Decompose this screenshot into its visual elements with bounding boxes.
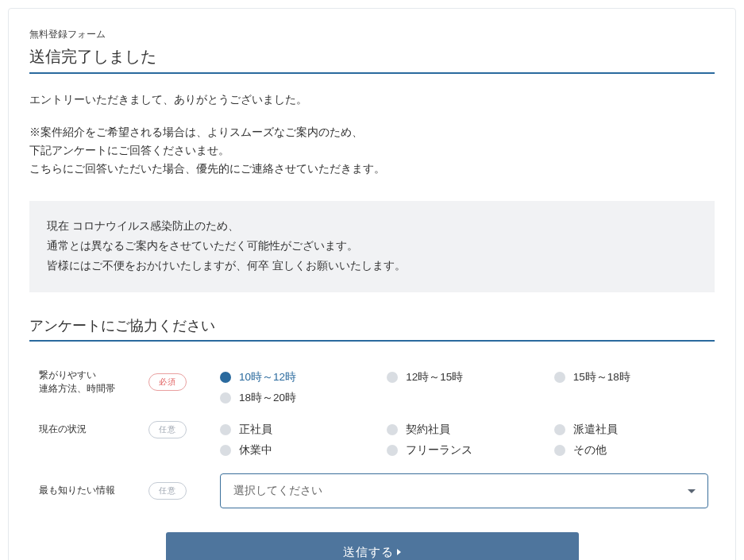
radio-icon	[387, 372, 398, 383]
radio-icon	[220, 424, 231, 435]
radio-status-fulltime[interactable]: 正社員	[220, 423, 374, 437]
submit-button[interactable]: 送信する	[166, 532, 579, 560]
radio-contact-15-18[interactable]: 15時～18時	[554, 370, 708, 384]
select-placeholder: 選択してください	[233, 484, 322, 498]
field-most-wanted-info: 最も知りたい情報 任意 選択してください	[29, 465, 715, 516]
field-label-wrap: 繋がりやすい 連絡方法、時間帯 必須	[39, 369, 220, 396]
field-label: 最も知りたい情報	[39, 484, 134, 497]
radio-status-contract[interactable]: 契約社員	[387, 423, 541, 437]
field-label: 繋がりやすい 連絡方法、時間帯	[39, 369, 134, 396]
field-label-wrap: 最も知りたい情報 任意	[39, 482, 220, 500]
survey-title: アンケートにご協力ください	[29, 316, 715, 342]
radio-icon	[220, 372, 231, 383]
intro-line-2b: 下記アンケートにご回答くださいませ。	[29, 145, 229, 156]
chevron-down-icon	[688, 489, 696, 493]
radio-label: 12時～15時	[406, 370, 463, 384]
status-options: 正社員 契約社員 派遣社員 休業中 フリーランス その他	[220, 421, 708, 458]
radio-status-leave[interactable]: 休業中	[220, 443, 374, 458]
intro-line-2a: ※案件紹介をご希望される場合は、よりスムーズなご案内のため、	[29, 126, 363, 138]
field-label: 現在の状況	[39, 423, 134, 436]
radio-status-other[interactable]: その他	[554, 443, 708, 458]
optional-badge: 任意	[148, 482, 187, 500]
radio-contact-12-15[interactable]: 12時～15時	[387, 370, 541, 384]
notice-line-1: 現在 コロナウイルス感染防止のため、	[47, 220, 239, 232]
radio-label: 休業中	[239, 443, 272, 458]
field-current-status: 現在の状況 任意 正社員 契約社員 派遣社員 休業中 フリーランス	[29, 413, 715, 465]
chevron-right-icon	[397, 549, 401, 555]
radio-icon	[220, 445, 231, 456]
notice-line-3: 皆様にはご不便をおかけいたしますが、何卒 宜しくお願いいたします。	[47, 260, 406, 272]
info-select[interactable]: 選択してください	[220, 473, 708, 508]
submit-row: 送信する	[29, 532, 715, 560]
contact-options: 10時～12時 12時～15時 15時～18時 18時～20時	[220, 369, 708, 405]
intro-line-2c: こちらにご回答いただいた場合、優先的にご連絡させていただきます。	[29, 163, 385, 175]
radio-status-freelance[interactable]: フリーランス	[387, 443, 541, 458]
radio-label: 派遣社員	[573, 423, 618, 437]
intro-line-2: ※案件紹介をご希望される場合は、よりスムーズなご案内のため、 下記アンケートにご…	[29, 124, 715, 179]
radio-icon	[554, 445, 565, 456]
page-title: 送信完了しました	[29, 46, 715, 74]
radio-contact-10-12[interactable]: 10時～12時	[220, 370, 374, 384]
optional-badge: 任意	[148, 421, 187, 438]
radio-label: 10時～12時	[239, 370, 296, 384]
required-badge: 必須	[148, 373, 187, 391]
intro-block: エントリーいただきまして、ありがとうございました。 ※案件紹介をご希望される場合…	[29, 91, 715, 179]
radio-icon	[387, 445, 398, 456]
radio-icon	[554, 424, 565, 435]
radio-label: その他	[573, 443, 607, 458]
radio-status-dispatch[interactable]: 派遣社員	[554, 423, 708, 437]
radio-icon	[554, 372, 565, 383]
info-select-wrap: 選択してください	[220, 473, 708, 508]
intro-line-1: エントリーいただきまして、ありがとうございました。	[29, 91, 715, 110]
field-label-line2: 連絡方法、時間帯	[39, 384, 115, 393]
radio-contact-18-20[interactable]: 18時～20時	[220, 391, 374, 405]
field-label-wrap: 現在の状況 任意	[39, 421, 220, 438]
notice-line-2: 通常とは異なるご案内をさせていただく可能性がございます。	[47, 240, 358, 252]
radio-label: フリーランス	[406, 443, 472, 458]
radio-icon	[220, 392, 231, 404]
field-contact-time: 繋がりやすい 連絡方法、時間帯 必須 10時～12時 12時～15時 15時～1…	[29, 361, 715, 413]
form-name: 無料登録フォーム	[29, 28, 715, 41]
radio-label: 正社員	[239, 423, 272, 437]
radio-icon	[387, 424, 398, 435]
form-card: 無料登録フォーム 送信完了しました エントリーいただきまして、ありがとうございま…	[8, 8, 736, 560]
radio-label: 契約社員	[406, 423, 450, 437]
submit-label: 送信する	[343, 545, 394, 560]
notice-box: 現在 コロナウイルス感染防止のため、 通常とは異なるご案内をさせていただく可能性…	[29, 201, 715, 292]
radio-label: 15時～18時	[573, 370, 630, 384]
field-label-line1: 繋がりやすい	[39, 370, 96, 380]
radio-label: 18時～20時	[239, 391, 296, 405]
